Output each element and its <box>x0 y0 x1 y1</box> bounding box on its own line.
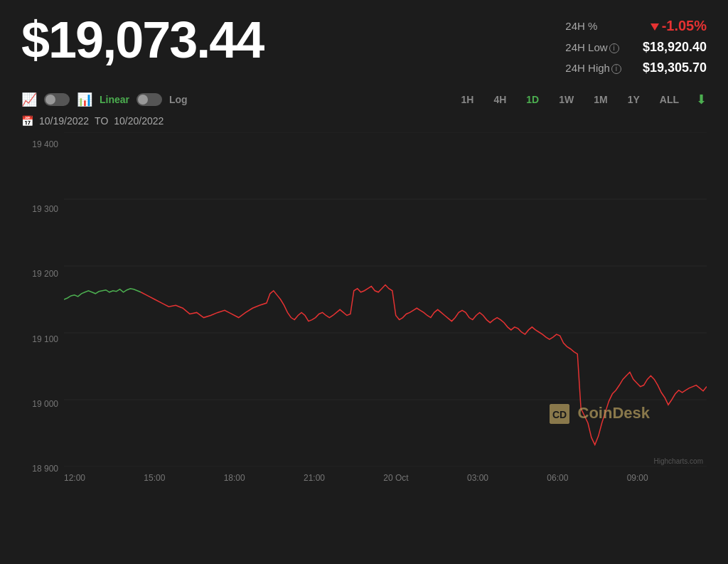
coindesk-watermark: CD CoinDesk <box>550 404 650 424</box>
coindesk-logo-svg: CD <box>550 404 569 424</box>
top-section: $19,073.44 24H % -1.05% 24H Lowi $18,920… <box>21 14 707 81</box>
y-label-19300: 19 300 <box>21 204 64 214</box>
y-label-19100: 19 100 <box>21 334 64 344</box>
high-value: $19,305.70 <box>643 60 707 75</box>
x-label-0900: 09:00 <box>627 473 648 483</box>
x-axis-labels: 12:00 15:00 18:00 21:00 20 Oct 03:00 06:… <box>64 468 707 488</box>
y-label-19200: 19 200 <box>21 269 64 279</box>
scale-toggle[interactable] <box>136 93 162 106</box>
time-1d[interactable]: 1D <box>523 92 542 107</box>
high-label: 24H Highi <box>565 62 621 74</box>
change-row: 24H % -1.05% <box>565 18 707 34</box>
time-1h[interactable]: 1H <box>458 92 476 107</box>
linear-label[interactable]: Linear <box>100 94 129 105</box>
line-chart-icon[interactable]: 📈 <box>21 92 37 107</box>
coindesk-text: CoinDesk <box>578 404 650 422</box>
x-label-1500: 15:00 <box>144 473 165 483</box>
x-label-20oct: 20 Oct <box>383 473 408 483</box>
low-value: $18,920.40 <box>643 40 707 55</box>
time-1m[interactable]: 1M <box>591 92 610 107</box>
date-range: 📅 10/19/2022 TO 10/20/2022 <box>21 115 707 127</box>
x-label-0600: 06:00 <box>547 473 568 483</box>
y-label-19000: 19 000 <box>21 399 64 409</box>
main-container: $19,073.44 24H % -1.05% 24H Lowi $18,920… <box>0 0 728 564</box>
y-axis-labels: 19 400 19 300 19 200 19 100 19 000 18 90… <box>21 132 64 488</box>
left-controls: 📈 📊 Linear Log <box>21 92 188 107</box>
current-price: $19,073.44 <box>21 14 263 65</box>
highcharts-credit: Highcharts.com <box>654 457 703 465</box>
svg-text:CD: CD <box>552 409 567 420</box>
x-label-1200: 12:00 <box>64 473 85 483</box>
scale-knob <box>138 95 148 105</box>
chart-type-toggle[interactable] <box>44 93 70 106</box>
chart-area: 19 400 19 300 19 200 19 100 19 000 18 90… <box>21 132 707 488</box>
toggle-knob <box>46 95 55 105</box>
date-separator: TO <box>95 115 108 127</box>
stats-panel: 24H % -1.05% 24H Lowi $18,920.40 24H Hig… <box>565 14 707 81</box>
change-value: -1.05% <box>651 18 707 34</box>
controls-row: 📈 📊 Linear Log 1H 4H 1D 1W 1M 1Y ALL ⬇ <box>21 88 707 111</box>
time-4h[interactable]: 4H <box>491 92 509 107</box>
bar-chart-icon[interactable]: 📊 <box>77 92 92 107</box>
download-icon[interactable]: ⬇ <box>696 92 707 107</box>
y-label-18900: 18 900 <box>21 464 64 474</box>
time-1y[interactable]: 1Y <box>625 92 643 107</box>
x-label-0300: 03:00 <box>467 473 488 483</box>
time-controls: 1H 4H 1D 1W 1M 1Y ALL ⬇ <box>458 92 707 107</box>
low-row: 24H Lowi $18,920.40 <box>565 40 707 55</box>
high-info-icon[interactable]: i <box>611 64 621 74</box>
x-label-1800: 18:00 <box>224 473 245 483</box>
down-arrow-icon <box>651 23 659 31</box>
chart-line-green <box>64 289 141 299</box>
change-label: 24H % <box>565 20 597 32</box>
time-1w[interactable]: 1W <box>556 92 577 107</box>
low-label: 24H Lowi <box>565 41 619 53</box>
high-row: 24H Highi $19,305.70 <box>565 60 707 75</box>
log-label[interactable]: Log <box>169 94 188 105</box>
calendar-icon: 📅 <box>21 115 33 127</box>
y-label-19400: 19 400 <box>21 139 64 149</box>
low-info-icon[interactable]: i <box>609 43 619 53</box>
date-from: 10/19/2022 <box>39 115 89 127</box>
date-to: 10/20/2022 <box>114 115 164 127</box>
time-all[interactable]: ALL <box>657 92 682 107</box>
x-label-2100: 21:00 <box>304 473 325 483</box>
